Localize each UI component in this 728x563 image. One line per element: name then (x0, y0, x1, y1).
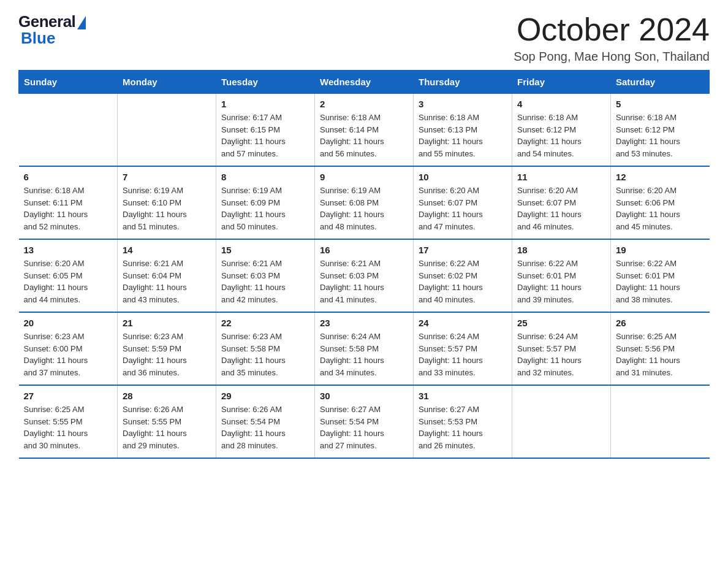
calendar-cell: 14Sunrise: 6:21 AM Sunset: 6:04 PM Dayli… (118, 239, 216, 312)
week-row-5: 27Sunrise: 6:25 AM Sunset: 5:55 PM Dayli… (19, 385, 710, 458)
calendar-cell: 25Sunrise: 6:24 AM Sunset: 5:57 PM Dayli… (512, 312, 611, 385)
day-number: 3 (419, 99, 507, 109)
day-number: 4 (517, 99, 605, 109)
day-number: 10 (419, 172, 507, 182)
week-row-2: 6Sunrise: 6:18 AM Sunset: 6:11 PM Daylig… (19, 166, 710, 239)
calendar-cell: 9Sunrise: 6:19 AM Sunset: 6:08 PM Daylig… (315, 166, 414, 239)
day-detail: Sunrise: 6:23 AM Sunset: 6:00 PM Dayligh… (24, 331, 113, 378)
page-header: General Blue October 2024 Sop Pong, Mae … (18, 12, 710, 64)
day-number: 16 (320, 245, 408, 255)
weekday-header-row: SundayMondayTuesdayWednesdayThursdayFrid… (19, 71, 710, 94)
calendar-cell: 21Sunrise: 6:23 AM Sunset: 5:59 PM Dayli… (118, 312, 216, 385)
day-number: 29 (221, 391, 309, 401)
calendar-cell: 2Sunrise: 6:18 AM Sunset: 6:14 PM Daylig… (315, 94, 414, 167)
week-row-4: 20Sunrise: 6:23 AM Sunset: 6:00 PM Dayli… (19, 312, 710, 385)
day-detail: Sunrise: 6:22 AM Sunset: 6:01 PM Dayligh… (616, 258, 705, 305)
calendar-cell: 17Sunrise: 6:22 AM Sunset: 6:02 PM Dayli… (414, 239, 512, 312)
day-detail: Sunrise: 6:20 AM Sunset: 6:05 PM Dayligh… (24, 258, 113, 305)
calendar-cell: 7Sunrise: 6:19 AM Sunset: 6:10 PM Daylig… (118, 166, 216, 239)
day-number: 17 (419, 245, 507, 255)
day-number: 18 (517, 245, 605, 255)
calendar-cell: 16Sunrise: 6:21 AM Sunset: 6:03 PM Dayli… (315, 239, 414, 312)
weekday-header-saturday: Saturday (611, 71, 710, 94)
day-detail: Sunrise: 6:27 AM Sunset: 5:53 PM Dayligh… (419, 404, 507, 451)
calendar-cell: 6Sunrise: 6:18 AM Sunset: 6:11 PM Daylig… (19, 166, 118, 239)
day-detail: Sunrise: 6:24 AM Sunset: 5:57 PM Dayligh… (517, 331, 605, 378)
day-number: 26 (616, 318, 705, 328)
day-number: 31 (419, 391, 507, 401)
weekday-header-thursday: Thursday (414, 71, 512, 94)
day-number: 12 (616, 172, 705, 182)
calendar-cell: 27Sunrise: 6:25 AM Sunset: 5:55 PM Dayli… (19, 385, 118, 458)
day-detail: Sunrise: 6:26 AM Sunset: 5:54 PM Dayligh… (221, 404, 309, 451)
day-number: 13 (24, 245, 113, 255)
weekday-header-monday: Monday (118, 71, 216, 94)
day-detail: Sunrise: 6:23 AM Sunset: 5:59 PM Dayligh… (123, 331, 211, 378)
day-detail: Sunrise: 6:19 AM Sunset: 6:10 PM Dayligh… (123, 185, 211, 232)
calendar-cell: 10Sunrise: 6:20 AM Sunset: 6:07 PM Dayli… (414, 166, 512, 239)
day-number: 23 (320, 318, 408, 328)
calendar-cell: 29Sunrise: 6:26 AM Sunset: 5:54 PM Dayli… (216, 385, 315, 458)
day-number: 15 (221, 245, 309, 255)
day-detail: Sunrise: 6:18 AM Sunset: 6:12 PM Dayligh… (616, 112, 705, 159)
day-detail: Sunrise: 6:25 AM Sunset: 5:56 PM Dayligh… (616, 331, 705, 378)
calendar-cell: 5Sunrise: 6:18 AM Sunset: 6:12 PM Daylig… (611, 94, 710, 167)
day-detail: Sunrise: 6:24 AM Sunset: 5:58 PM Dayligh… (320, 331, 408, 378)
day-number: 21 (123, 318, 211, 328)
day-detail: Sunrise: 6:21 AM Sunset: 6:03 PM Dayligh… (320, 258, 408, 305)
logo-triangle-icon (77, 16, 86, 29)
day-number: 8 (221, 172, 309, 182)
calendar-cell: 26Sunrise: 6:25 AM Sunset: 5:56 PM Dayli… (611, 312, 710, 385)
day-number: 28 (123, 391, 211, 401)
calendar-cell (611, 385, 710, 458)
day-detail: Sunrise: 6:21 AM Sunset: 6:03 PM Dayligh… (221, 258, 309, 305)
week-row-1: 1Sunrise: 6:17 AM Sunset: 6:15 PM Daylig… (19, 94, 710, 167)
day-number: 14 (123, 245, 211, 255)
day-detail: Sunrise: 6:23 AM Sunset: 5:58 PM Dayligh… (221, 331, 309, 378)
logo: General Blue (18, 12, 86, 48)
day-number: 19 (616, 245, 705, 255)
calendar-cell: 22Sunrise: 6:23 AM Sunset: 5:58 PM Dayli… (216, 312, 315, 385)
calendar-cell: 31Sunrise: 6:27 AM Sunset: 5:53 PM Dayli… (414, 385, 512, 458)
calendar-cell: 12Sunrise: 6:20 AM Sunset: 6:06 PM Dayli… (611, 166, 710, 239)
calendar-cell (512, 385, 611, 458)
day-number: 7 (123, 172, 211, 182)
day-detail: Sunrise: 6:22 AM Sunset: 6:01 PM Dayligh… (517, 258, 605, 305)
day-detail: Sunrise: 6:20 AM Sunset: 6:07 PM Dayligh… (419, 185, 507, 232)
calendar-cell: 15Sunrise: 6:21 AM Sunset: 6:03 PM Dayli… (216, 239, 315, 312)
day-detail: Sunrise: 6:21 AM Sunset: 6:04 PM Dayligh… (123, 258, 211, 305)
title-block: October 2024 Sop Pong, Mae Hong Son, Tha… (514, 12, 710, 64)
calendar-cell: 13Sunrise: 6:20 AM Sunset: 6:05 PM Dayli… (19, 239, 118, 312)
calendar-cell (19, 94, 118, 167)
calendar-cell: 20Sunrise: 6:23 AM Sunset: 6:00 PM Dayli… (19, 312, 118, 385)
calendar-cell: 11Sunrise: 6:20 AM Sunset: 6:07 PM Dayli… (512, 166, 611, 239)
day-detail: Sunrise: 6:18 AM Sunset: 6:11 PM Dayligh… (24, 185, 113, 232)
calendar-table: SundayMondayTuesdayWednesdayThursdayFrid… (18, 70, 710, 459)
day-number: 25 (517, 318, 605, 328)
weekday-header-wednesday: Wednesday (315, 71, 414, 94)
day-detail: Sunrise: 6:19 AM Sunset: 6:09 PM Dayligh… (221, 185, 309, 232)
calendar-cell: 18Sunrise: 6:22 AM Sunset: 6:01 PM Dayli… (512, 239, 611, 312)
location-subtitle: Sop Pong, Mae Hong Son, Thailand (514, 50, 710, 64)
day-number: 24 (419, 318, 507, 328)
calendar-cell: 24Sunrise: 6:24 AM Sunset: 5:57 PM Dayli… (414, 312, 512, 385)
calendar-cell: 23Sunrise: 6:24 AM Sunset: 5:58 PM Dayli… (315, 312, 414, 385)
day-detail: Sunrise: 6:18 AM Sunset: 6:12 PM Dayligh… (517, 112, 605, 159)
calendar-cell: 19Sunrise: 6:22 AM Sunset: 6:01 PM Dayli… (611, 239, 710, 312)
logo-blue-text: Blue (21, 29, 55, 48)
day-number: 1 (221, 99, 309, 109)
day-number: 20 (24, 318, 113, 328)
day-number: 5 (616, 99, 705, 109)
day-detail: Sunrise: 6:18 AM Sunset: 6:14 PM Dayligh… (320, 112, 408, 159)
calendar-cell: 30Sunrise: 6:27 AM Sunset: 5:54 PM Dayli… (315, 385, 414, 458)
week-row-3: 13Sunrise: 6:20 AM Sunset: 6:05 PM Dayli… (19, 239, 710, 312)
month-title: October 2024 (514, 12, 710, 47)
calendar-cell: 8Sunrise: 6:19 AM Sunset: 6:09 PM Daylig… (216, 166, 315, 239)
day-detail: Sunrise: 6:20 AM Sunset: 6:07 PM Dayligh… (517, 185, 605, 232)
day-detail: Sunrise: 6:24 AM Sunset: 5:57 PM Dayligh… (419, 331, 507, 378)
calendar-cell: 1Sunrise: 6:17 AM Sunset: 6:15 PM Daylig… (216, 94, 315, 167)
weekday-header-tuesday: Tuesday (216, 71, 315, 94)
day-detail: Sunrise: 6:27 AM Sunset: 5:54 PM Dayligh… (320, 404, 408, 451)
day-detail: Sunrise: 6:19 AM Sunset: 6:08 PM Dayligh… (320, 185, 408, 232)
day-detail: Sunrise: 6:20 AM Sunset: 6:06 PM Dayligh… (616, 185, 705, 232)
